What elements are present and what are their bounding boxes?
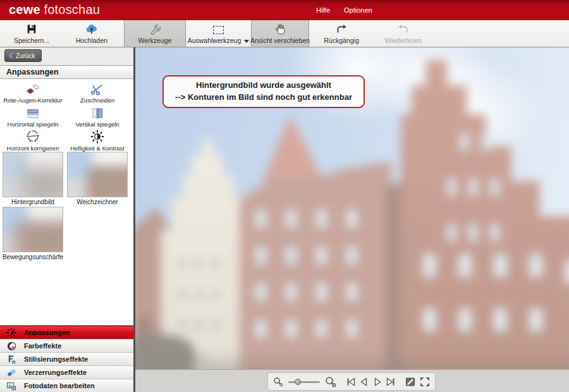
app-logo: cewe fotoschau xyxy=(9,3,100,17)
adjustments-icon xyxy=(5,328,18,338)
floppy-icon xyxy=(26,23,37,35)
undo-button[interactable]: Rückgängig xyxy=(316,20,367,47)
sidebar-back-strip: Zurück xyxy=(0,47,133,65)
first-image-button[interactable] xyxy=(345,374,357,389)
thumbnail-hintergrundbild[interactable]: Hintergrundbild xyxy=(2,152,64,205)
accordion-stilisierungseffekte[interactable]: Stilisierungseffekte xyxy=(0,352,133,365)
titlebar-menu: Hilfe Optionen xyxy=(316,0,372,20)
effect-category-accordion: Anpassungen Farbeffekte Stilisierungseff… xyxy=(0,325,133,392)
effect-thumbnails: Hintergrundbild Weichzeichner Bewegungsu… xyxy=(2,152,131,260)
tool-brightness-contrast[interactable]: Helligkeit & Kontrast xyxy=(66,128,128,152)
zoom-slider-track[interactable] xyxy=(288,381,320,383)
pan-view-label: Ansicht verschieben xyxy=(250,37,310,44)
tool-label: Vertikal spiegeln xyxy=(75,121,119,128)
save-button[interactable]: Speichern... xyxy=(8,20,56,47)
thumbnail-label: Hintergrundbild xyxy=(11,199,54,205)
tools-button[interactable]: Werkzeuge xyxy=(124,20,186,47)
tool-label: Helligkeit & Kontrast xyxy=(70,145,125,152)
redo-label: Wiederholen xyxy=(385,37,422,44)
panel-title: Anpassungen xyxy=(0,65,133,79)
message-line-1: Hintergrundbild wurde ausgewählt xyxy=(169,80,358,92)
thumbnail-image xyxy=(67,152,128,197)
undo-icon xyxy=(336,23,347,35)
tool-label: Rote-Augen-Korrektur xyxy=(4,97,63,104)
selection-rect-icon xyxy=(213,23,224,35)
zoom-in-button[interactable] xyxy=(324,374,338,389)
thumbnail-image xyxy=(3,152,63,197)
tool-label: Horizont korrigieren xyxy=(7,145,59,152)
color-effects-icon xyxy=(5,341,18,351)
brightness-contrast-icon xyxy=(90,130,104,144)
tool-flip-vertical[interactable]: Vertikal spiegeln xyxy=(66,104,128,128)
pan-view-button[interactable]: Ansicht verschieben xyxy=(251,20,309,47)
tool-label: Horizontal spiegeln xyxy=(8,121,59,128)
tool-flip-horizontal[interactable]: Horizontal spiegeln xyxy=(2,104,64,128)
zoom-slider[interactable] xyxy=(288,374,320,389)
canvas-bottom-bar xyxy=(135,369,569,392)
info-message-box: Hintergrundbild wurde ausgewählt --> Kon… xyxy=(162,75,365,108)
zoom-out-button[interactable] xyxy=(272,374,284,389)
accordion-label: Stilisierungseffekte xyxy=(24,355,88,363)
back-label: Zurück xyxy=(16,52,35,59)
horizon-icon xyxy=(26,130,40,144)
app-window: cewe fotoschau Hilfe Optionen Speichern.… xyxy=(0,0,569,392)
photo-windows xyxy=(180,259,185,269)
adjustments-tool-grid: Rote-Augen-Korrektur Zuschneiden Horizon… xyxy=(2,80,131,152)
accordion-label: Fotodaten bearbeiten xyxy=(24,382,95,389)
toolbar: Speichern... Hochladen Werkzeuge Auswahl… xyxy=(0,20,569,47)
message-line-2: --> Konturen im Bild sind noch gut erken… xyxy=(169,92,358,104)
save-label: Speichern... xyxy=(14,37,49,44)
tool-red-eye[interactable]: Rote-Augen-Korrektur xyxy=(2,80,64,104)
zoom-slider-handle[interactable] xyxy=(295,379,301,385)
thumbnail-image xyxy=(3,207,63,252)
fullscreen-button[interactable] xyxy=(419,374,431,389)
accordion-fotodaten[interactable]: Fotodaten bearbeiten xyxy=(0,379,133,392)
thumbnail-bewegungsunschaerfe[interactable]: Bewegungsunschärfe xyxy=(2,207,64,260)
distortion-effects-icon xyxy=(5,367,18,377)
tool-label: Zuschneiden xyxy=(80,97,114,104)
titlebar: cewe fotoschau Hilfe Optionen xyxy=(0,0,569,20)
redo-icon xyxy=(398,23,409,35)
photo-windows xyxy=(423,253,436,277)
chevron-down-icon xyxy=(244,40,249,43)
workspace: Zurück Anpassungen Rote-Augen-Korrektur … xyxy=(0,47,569,392)
upload-label: Hochladen xyxy=(76,37,107,44)
hand-icon xyxy=(275,23,286,35)
selection-tool-label: Auswahlwerkzeug xyxy=(188,37,250,44)
next-image-button[interactable] xyxy=(372,374,383,389)
tool-horizon[interactable]: Horizont korrigieren xyxy=(2,128,64,152)
accordion-verzerrungseffekte[interactable]: Verzerrungseffekte xyxy=(0,365,133,379)
last-image-button[interactable] xyxy=(385,374,396,389)
accordion-label: Farbeffekte xyxy=(24,342,61,350)
thumbnail-weichzeichner[interactable]: Weichzeichner xyxy=(66,152,128,205)
thumbnail-label: Weichzeichner xyxy=(76,199,118,205)
upload-button[interactable]: Hochladen xyxy=(66,20,117,47)
tool-crop[interactable]: Zuschneiden xyxy=(66,80,128,104)
previous-image-button[interactable] xyxy=(358,374,370,389)
main-area: Hintergrundbild wurde ausgewählt --> Kon… xyxy=(135,47,569,392)
accordion-label: Verzerrungseffekte xyxy=(24,369,87,376)
accordion-farbeffekte[interactable]: Farbeffekte xyxy=(0,339,133,352)
thumbnail-label: Bewegungsunschärfe xyxy=(3,254,63,260)
wrench-icon xyxy=(149,23,161,35)
brand-bold: cewe xyxy=(9,3,40,16)
redo-button[interactable]: Wiederholen xyxy=(377,20,430,47)
scissors-icon xyxy=(90,82,105,95)
photo-data-icon xyxy=(5,381,18,391)
back-button[interactable]: Zurück xyxy=(4,49,42,62)
flip-horizontal-icon xyxy=(25,106,40,119)
stylize-effects-icon xyxy=(5,354,18,364)
photo-windows xyxy=(460,133,469,150)
selection-tool-button[interactable]: Auswahlwerkzeug xyxy=(186,20,251,47)
cloud-upload-icon xyxy=(85,23,98,35)
accordion-anpassungen[interactable]: Anpassungen xyxy=(0,326,133,339)
view-controls xyxy=(267,372,436,391)
photo-canvas[interactable]: Hintergrundbild wurde ausgewählt --> Kon… xyxy=(135,47,569,369)
accordion-label: Anpassungen xyxy=(24,329,70,336)
menu-item-optionen[interactable]: Optionen xyxy=(344,6,372,14)
menu-item-hilfe[interactable]: Hilfe xyxy=(316,6,330,14)
photo-building xyxy=(240,161,391,369)
fit-edit-view-button[interactable] xyxy=(404,374,417,389)
undo-label: Rückgängig xyxy=(324,37,358,44)
sidebar: Zurück Anpassungen Rote-Augen-Korrektur … xyxy=(0,47,133,392)
